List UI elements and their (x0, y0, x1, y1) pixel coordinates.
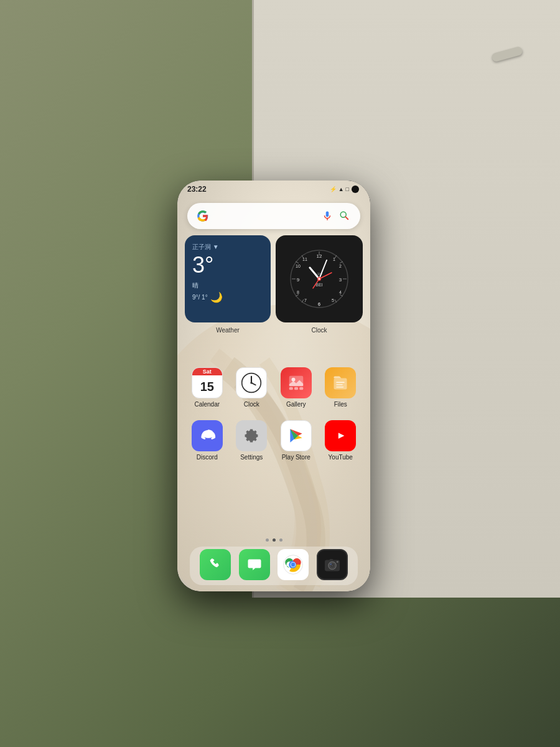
svg-text:6: 6 (318, 301, 321, 307)
svg-text:8: 8 (297, 290, 299, 294)
svg-point-34 (319, 278, 320, 280)
svg-point-60 (330, 563, 332, 565)
page-dot-2 (273, 538, 276, 542)
svg-text:9: 9 (297, 277, 300, 283)
calendar-date: 15 (192, 375, 222, 398)
moon-icon: 🌙 (210, 291, 223, 303)
app-item-gallery[interactable]: Gallery (278, 367, 315, 408)
wifi-icon: ▲ (338, 186, 344, 192)
page-dot-3 (279, 538, 282, 542)
svg-text:10: 10 (296, 264, 301, 268)
settings-icon (236, 420, 267, 451)
google-logo (196, 209, 210, 223)
gallery-icon (281, 367, 312, 398)
screen: 23:22 ⚡ ▲ □ 49 (177, 181, 370, 591)
widgets-row: 正子洞 ▼ 3° 晴 9°/ 1° 🌙 Weather (185, 235, 363, 335)
dock-chrome[interactable] (274, 549, 312, 583)
calendar-day: Sat (192, 368, 222, 375)
app-item-playstore[interactable]: Play Store (278, 420, 315, 461)
app-item-clock[interactable]: Clock (233, 367, 270, 408)
messages-icon (239, 549, 270, 580)
weather-widget-label: Weather (185, 327, 271, 334)
svg-text:2: 2 (339, 264, 342, 268)
svg-point-59 (337, 561, 338, 563)
playstore-label: Play Store (282, 454, 310, 461)
discord-icon (192, 420, 223, 451)
calendar-icon-inner: Sat 15 (192, 368, 222, 398)
playstore-icon (281, 420, 312, 451)
svg-point-53 (291, 563, 296, 567)
search-bar[interactable] (187, 203, 360, 229)
calendar-label: Calendar (194, 401, 220, 408)
dock-messages[interactable] (236, 549, 273, 583)
svg-rect-46 (337, 384, 343, 385)
status-bar: 23:22 ⚡ ▲ □ 49 (177, 181, 370, 198)
dock-camera[interactable] (314, 549, 351, 583)
files-icon (325, 367, 356, 398)
phone-body: 23:22 ⚡ ▲ □ 49 (177, 181, 370, 591)
analog-clock-svg: 12 3 6 9 1 11 10 2 4 8 5 (288, 248, 350, 310)
dock-phone[interactable] (197, 549, 234, 583)
page-dot-1 (266, 538, 269, 542)
clock-widget-label: Clock (276, 327, 363, 334)
app-item-files[interactable]: Files (322, 367, 359, 408)
svg-text:3: 3 (339, 277, 342, 283)
svg-rect-47 (337, 387, 344, 388)
app-item-calendar[interactable]: Sat 15 Calendar (189, 367, 226, 408)
svg-point-40 (291, 378, 295, 382)
phone-icon (200, 549, 231, 580)
page-dots (177, 538, 370, 542)
svg-rect-43 (299, 387, 303, 390)
clock-app-label: Clock (244, 401, 259, 408)
svg-rect-58 (329, 559, 333, 561)
svg-text:11: 11 (302, 257, 307, 261)
widgets-inner: 正子洞 ▼ 3° 晴 9°/ 1° 🌙 Weather (185, 235, 363, 335)
app-item-settings[interactable]: Settings (233, 420, 270, 461)
dock (190, 547, 358, 585)
weather-description: 晴 (192, 281, 263, 290)
search-lens-icon[interactable] (338, 209, 352, 223)
app-row-1: Sat 15 Calendar (185, 367, 363, 408)
battery-icon: □ (346, 186, 349, 192)
calendar-icon: Sat 15 (192, 367, 223, 398)
app-row-2: Discord Settings (185, 420, 363, 461)
camera-hole (352, 186, 359, 193)
svg-text:1: 1 (333, 257, 335, 261)
weather-range: 9°/ 1° 🌙 (192, 291, 263, 303)
camera-dock-icon (317, 549, 348, 580)
svg-text:4: 4 (339, 290, 342, 294)
app-item-youtube[interactable]: YouTube (322, 420, 359, 461)
svg-rect-44 (334, 378, 347, 390)
status-time: 23:22 (187, 185, 207, 194)
gallery-label: Gallery (286, 401, 306, 408)
svg-text:12: 12 (317, 253, 322, 259)
files-label: Files (334, 401, 347, 408)
svg-rect-42 (294, 387, 298, 390)
app-item-discord[interactable]: Discord (189, 420, 226, 461)
app-grid: Sat 15 Calendar (185, 367, 363, 473)
youtube-label: YouTube (329, 454, 353, 461)
clock-widget-wrap: 12 3 6 9 1 11 10 2 4 8 5 (276, 235, 363, 322)
weather-widget-wrap: 正子洞 ▼ 3° 晴 9°/ 1° 🌙 Weather (185, 235, 271, 322)
svg-text:5: 5 (332, 298, 334, 303)
discord-label: Discord (197, 454, 218, 461)
svg-rect-41 (289, 387, 293, 390)
svg-point-38 (251, 382, 253, 383)
weather-widget[interactable]: 正子洞 ▼ 3° 晴 9°/ 1° 🌙 (185, 235, 271, 322)
weather-temperature: 3° (192, 254, 263, 276)
svg-text:7: 7 (304, 298, 307, 303)
weather-location: 正子洞 ▼ (192, 243, 263, 251)
chrome-icon (278, 549, 309, 580)
svg-rect-45 (337, 382, 345, 383)
settings-label: Settings (240, 454, 263, 461)
clock-widget[interactable]: 12 3 6 9 1 11 10 2 4 8 5 (276, 235, 363, 322)
scene: 23:22 ⚡ ▲ □ 49 (0, 0, 560, 747)
search-mic-icon[interactable] (320, 209, 334, 223)
signal-icon: ⚡ (330, 186, 337, 192)
youtube-icon (325, 420, 356, 451)
clock-app-icon (236, 367, 267, 398)
